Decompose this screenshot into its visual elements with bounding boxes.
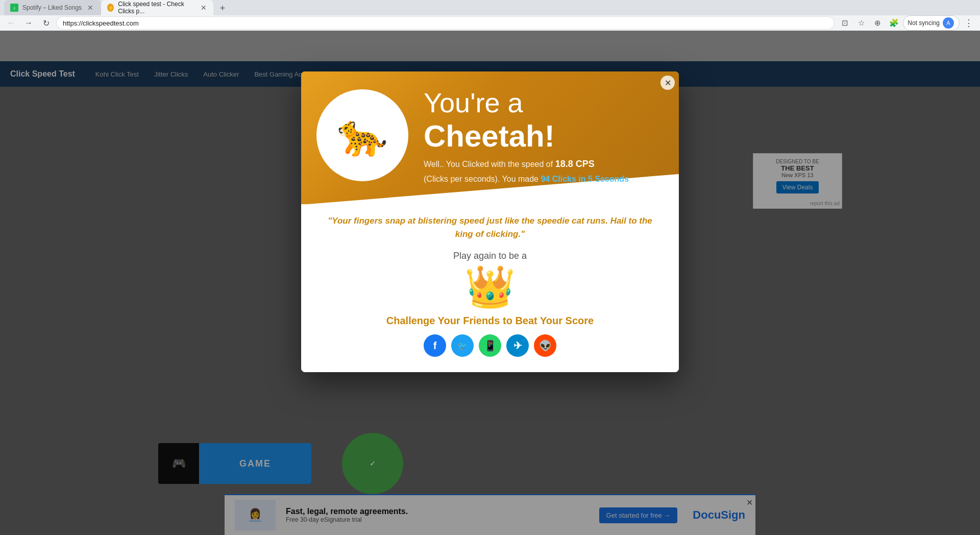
reddit-share-button[interactable]: 👽 bbox=[534, 334, 556, 357]
forward-button[interactable]: → bbox=[21, 16, 36, 30]
twitter-icon: 🐦 bbox=[457, 341, 468, 351]
cps-value: 18.8 CPS bbox=[555, 159, 595, 169]
twitter-share-button[interactable]: 🐦 bbox=[451, 334, 474, 357]
modal-overlay: ✕ 🐆 You're a Cheetah! Well.. You Clicked… bbox=[0, 61, 980, 535]
address-bar[interactable] bbox=[56, 16, 835, 30]
play-again-text: Play again to be a bbox=[322, 251, 658, 261]
title-you-are: You're a bbox=[424, 87, 523, 118]
cheetah-avatar: 🐆 bbox=[316, 89, 408, 181]
tab-clickspeed[interactable]: ⚡ Click speed test - Check Clicks p... ✕ bbox=[101, 0, 213, 15]
tab-clickspeed-close[interactable]: ✕ bbox=[200, 3, 207, 12]
browser-chrome: ♪ Spotify – Liked Songs ✕ ⚡ Click speed … bbox=[0, 0, 980, 31]
clicks-description: (Clicks per seconds). You made 94 Clicks… bbox=[424, 175, 658, 184]
facebook-icon: f bbox=[433, 340, 437, 352]
nav-icons: ⊡ ☆ ⊕ 🧩 Not syncing A ⋮ bbox=[838, 15, 976, 31]
reddit-icon: 👽 bbox=[539, 339, 552, 352]
tab-spotify-label: Spotify – Liked Songs bbox=[22, 4, 82, 11]
cheetah-icon: 🐆 bbox=[337, 115, 388, 156]
social-share-buttons: f 🐦 📱 ✈ 👽 bbox=[322, 334, 658, 357]
nav-bar: ← → ↻ ⊡ ☆ ⊕ 🧩 Not syncing A ⋮ bbox=[0, 15, 980, 31]
sync-avatar: A bbox=[943, 17, 954, 29]
bookmark-star-icon[interactable]: ☆ bbox=[854, 16, 868, 30]
sync-label: Not syncing bbox=[908, 19, 940, 27]
facebook-share-button[interactable]: f bbox=[424, 334, 446, 357]
modal-title-line1: You're a Cheetah! bbox=[424, 87, 658, 154]
crown-icon: 👑 bbox=[322, 266, 658, 307]
speed-description: Well.. You Clicked with the speed of 18.… bbox=[424, 159, 658, 169]
tab-clickspeed-label: Click speed test - Check Clicks p... bbox=[118, 1, 195, 15]
modal-bottom-section: "Your fingers snap at blistering speed j… bbox=[301, 204, 679, 372]
whatsapp-share-button[interactable]: 📱 bbox=[479, 334, 501, 357]
result-quote: "Your fingers snap at blistering speed j… bbox=[322, 214, 658, 240]
modal-top-section: 🐆 You're a Cheetah! Well.. You Clicked w… bbox=[301, 71, 679, 204]
bookmark-icon[interactable]: ⊕ bbox=[870, 16, 885, 30]
reload-button[interactable]: ↻ bbox=[39, 16, 53, 30]
clickspeed-favicon: ⚡ bbox=[107, 4, 114, 12]
cast-icon[interactable]: ⊡ bbox=[838, 16, 852, 30]
result-modal: ✕ 🐆 You're a Cheetah! Well.. You Clicked… bbox=[301, 71, 679, 372]
telegram-share-button[interactable]: ✈ bbox=[506, 334, 529, 357]
clicks-count: 94 Clicks in 5 Seconds bbox=[541, 175, 629, 183]
extension-icon[interactable]: 🧩 bbox=[887, 16, 901, 30]
whatsapp-icon: 📱 bbox=[484, 339, 497, 352]
page-background: Click Speed Test Kohi Click Test Jitter … bbox=[0, 31, 980, 535]
telegram-icon: ✈ bbox=[513, 339, 522, 352]
modal-close-button[interactable]: ✕ bbox=[660, 76, 675, 90]
spotify-favicon: ♪ bbox=[10, 4, 18, 12]
back-button[interactable]: ← bbox=[4, 16, 18, 30]
tab-spotify-close[interactable]: ✕ bbox=[86, 3, 95, 12]
modal-title-area: You're a Cheetah! Well.. You Clicked wit… bbox=[424, 87, 658, 184]
more-button[interactable]: ⋮ bbox=[962, 16, 976, 30]
challenge-text: Challenge Your Friends to Beat Your Scor… bbox=[322, 315, 658, 327]
title-cheetah: Cheetah! bbox=[424, 119, 555, 153]
tab-spotify[interactable]: ♪ Spotify – Liked Songs ✕ bbox=[4, 0, 101, 15]
sync-button[interactable]: Not syncing A bbox=[903, 15, 960, 31]
tab-add-button[interactable]: + bbox=[215, 1, 230, 15]
tab-bar: ♪ Spotify – Liked Songs ✕ ⚡ Click speed … bbox=[0, 0, 980, 15]
